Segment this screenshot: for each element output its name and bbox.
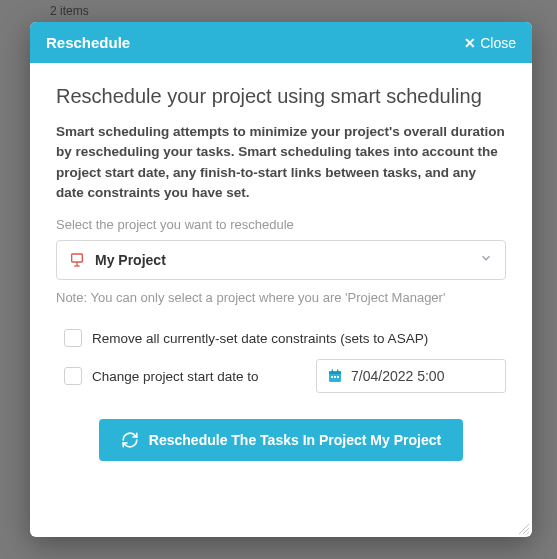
reschedule-button[interactable]: Reschedule The Tasks In Project My Proje… (99, 419, 463, 461)
change-start-date-label: Change project start date to (92, 369, 259, 384)
reschedule-button-label: Reschedule The Tasks In Project My Proje… (149, 432, 441, 448)
start-date-value: 7/04/2022 5:00 (351, 368, 444, 384)
project-select-label: Select the project you want to reschedul… (56, 217, 506, 232)
project-name: My Project (95, 252, 166, 268)
modal-title: Reschedule (46, 34, 130, 51)
project-icon (69, 252, 85, 268)
svg-rect-8 (334, 376, 336, 378)
project-select[interactable]: My Project (56, 240, 506, 280)
action-row: Reschedule The Tasks In Project My Proje… (56, 419, 506, 461)
svg-rect-4 (329, 371, 341, 374)
refresh-icon (121, 431, 139, 449)
svg-rect-6 (337, 369, 338, 372)
close-button[interactable]: ✕ Close (464, 35, 516, 51)
change-start-date-row: Change project start date to 7/04/2022 5… (64, 359, 506, 393)
change-start-date-checkbox[interactable] (64, 367, 82, 385)
description-text: Smart scheduling attempts to minimize yo… (56, 122, 506, 203)
remove-constraints-checkbox[interactable] (64, 329, 82, 347)
reschedule-modal: Reschedule ✕ Close Reschedule your proje… (30, 22, 532, 537)
remove-constraints-label: Remove all currently-set date constraint… (92, 331, 428, 346)
svg-rect-0 (72, 254, 83, 262)
svg-rect-5 (332, 369, 333, 372)
remove-constraints-row: Remove all currently-set date constraint… (64, 323, 506, 353)
close-label: Close (480, 35, 516, 51)
svg-rect-9 (337, 376, 339, 378)
page-title: Reschedule your project using smart sche… (56, 85, 506, 108)
close-icon: ✕ (464, 35, 476, 51)
start-date-input[interactable]: 7/04/2022 5:00 (316, 359, 506, 393)
project-select-note: Note: You can only select a project wher… (56, 290, 506, 305)
svg-rect-7 (331, 376, 333, 378)
modal-header: Reschedule ✕ Close (30, 22, 532, 63)
modal-body: Reschedule your project using smart sche… (30, 63, 532, 537)
calendar-icon (327, 368, 343, 384)
chevron-down-icon (479, 251, 493, 269)
